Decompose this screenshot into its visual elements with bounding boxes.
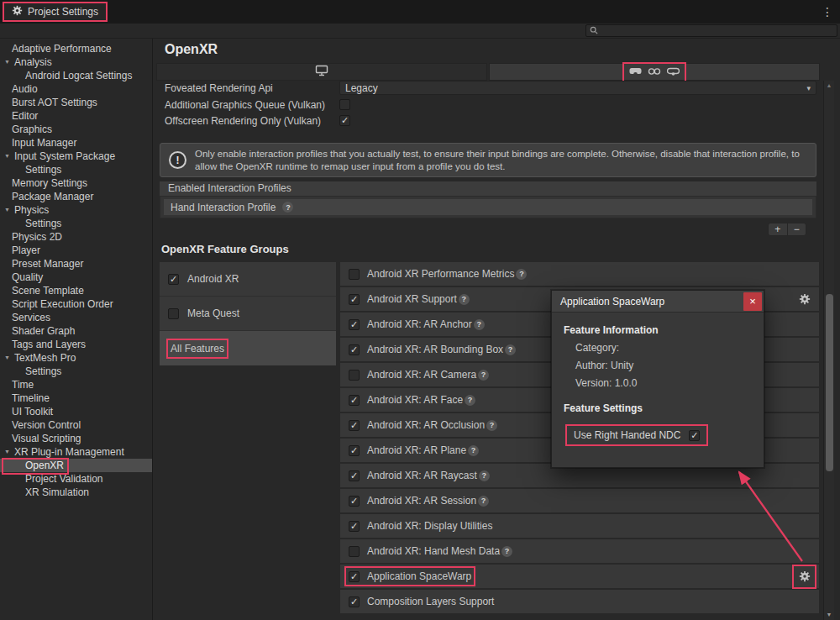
all-features-button[interactable]: All Features <box>160 331 336 365</box>
sidebar-item[interactable]: ▼ UI Toolkit <box>0 405 152 418</box>
foldout-arrow-icon[interactable]: ▼ <box>4 150 10 163</box>
sidebar-item[interactable]: ▼ Script Execution Order <box>0 297 152 311</box>
sidebar-item[interactable]: ▼ OpenXR <box>0 459 152 472</box>
tab-xr-devices[interactable] <box>489 63 820 81</box>
scrollbar-thumb[interactable] <box>826 294 833 471</box>
checkbox[interactable]: ✓ <box>349 596 360 607</box>
scroll-up-icon[interactable]: ▲ <box>824 82 834 88</box>
checkbox[interactable]: ✓ <box>349 496 360 507</box>
sidebar-item[interactable]: ▼ Input System Package <box>0 150 152 163</box>
sidebar-item-label: Adaptive Performance <box>12 43 112 55</box>
sidebar-item[interactable]: ▼ Package Manager <box>0 190 152 203</box>
check-icon: ✓ <box>690 431 698 440</box>
sidebar-item[interactable]: ▼ Memory Settings <box>0 176 152 190</box>
help-icon[interactable]: ? <box>479 470 490 481</box>
kebab-menu-icon[interactable]: ⋮ <box>822 5 833 18</box>
checkbox[interactable]: ✓ <box>168 274 179 285</box>
help-icon[interactable]: ? <box>465 395 475 406</box>
remove-button[interactable]: − <box>787 223 806 235</box>
checkbox[interactable]: ✓ <box>339 99 350 110</box>
sidebar-item[interactable]: ▼ Preset Manager <box>0 257 152 271</box>
interaction-profile-row[interactable]: Hand Interaction Profile ? <box>164 199 812 215</box>
checkbox[interactable]: ✓ <box>349 420 360 431</box>
foldout-arrow-icon[interactable]: ▼ <box>4 445 10 459</box>
checkbox[interactable]: ✓ <box>689 430 700 441</box>
foldout-arrow-icon[interactable]: ▼ <box>4 351 10 365</box>
checkbox[interactable]: ✓ <box>349 294 360 305</box>
help-icon[interactable]: ? <box>474 319 485 330</box>
sidebar-item-label: Preset Manager <box>12 258 83 270</box>
checkbox[interactable]: ✓ <box>349 445 360 456</box>
feature-settings-gear-icon[interactable] <box>798 293 811 306</box>
sidebar-item[interactable]: ▼ Physics <box>0 203 152 217</box>
feature-group-row[interactable]: ✓ Android XR <box>160 262 336 297</box>
foveated-rendering-dropdown[interactable]: Legacy ▾ <box>339 81 816 95</box>
info-row: Author: Unity <box>575 357 752 375</box>
sidebar-item-label: OpenXR <box>25 460 64 471</box>
close-button[interactable]: × <box>743 292 762 311</box>
project-settings-tab[interactable]: Project Settings <box>3 2 108 22</box>
sidebar-item[interactable]: ▼ Timeline <box>0 391 152 405</box>
feature-group-row[interactable]: ✓ Meta Quest <box>160 297 336 331</box>
sidebar-item-label: UI Toolkit <box>12 406 53 418</box>
sidebar-item[interactable]: ▼ Burst AOT Settings <box>0 96 152 109</box>
help-icon[interactable]: ? <box>486 420 497 431</box>
feature-settings-gear-icon[interactable] <box>798 570 811 583</box>
scroll-down-icon[interactable]: ▼ <box>824 612 834 617</box>
vertical-scrollbar[interactable]: ▲ ▼ <box>823 81 834 620</box>
checkbox[interactable]: ✓ <box>349 571 360 582</box>
checkbox[interactable]: ✓ <box>339 115 350 126</box>
help-icon[interactable]: ? <box>478 370 489 381</box>
help-icon[interactable]: ? <box>516 269 527 280</box>
foldout-arrow-icon[interactable]: ▼ <box>4 55 10 69</box>
sidebar-item[interactable]: ▼ Editor <box>0 109 152 123</box>
help-icon[interactable]: ? <box>505 344 516 355</box>
sidebar-item[interactable]: ▼ Settings <box>0 365 152 378</box>
sidebar-item[interactable]: ▼ Tags and Layers <box>0 338 152 351</box>
checkbox[interactable]: ✓ <box>349 546 360 557</box>
sidebar-item[interactable]: ▼ Scene Template <box>0 284 152 297</box>
checkbox[interactable]: ✓ <box>349 395 360 406</box>
sidebar-item[interactable]: ▼ Analysis <box>0 55 152 69</box>
help-icon[interactable]: ? <box>478 496 489 507</box>
checkbox[interactable]: ✓ <box>349 269 360 280</box>
checkbox[interactable]: ✓ <box>349 470 360 481</box>
sidebar-item[interactable]: ▼ Audio <box>0 82 152 96</box>
sidebar-item[interactable]: ▼ Graphics <box>0 123 152 136</box>
help-icon[interactable]: ? <box>282 202 293 213</box>
checkbox[interactable]: ✓ <box>349 521 360 532</box>
sidebar-item[interactable]: ▼ Services <box>0 311 152 324</box>
sidebar-item[interactable]: ▼ Physics 2D <box>0 230 152 244</box>
help-icon[interactable]: ? <box>468 445 479 456</box>
checkbox[interactable]: ✓ <box>349 344 360 355</box>
mr-headset-icon <box>667 66 680 78</box>
foldout-arrow-icon[interactable]: ▼ <box>4 203 10 217</box>
feature-row-left: ✓ Composition Layers Support <box>349 596 494 607</box>
sidebar-item[interactable]: ▼ Quality <box>0 271 152 284</box>
sidebar-item[interactable]: ▼ Settings <box>0 163 152 176</box>
sidebar-item[interactable]: ▼ Input Manager <box>0 136 152 150</box>
checkbox[interactable]: ✓ <box>349 370 360 381</box>
search-field[interactable] <box>585 24 837 37</box>
search-input[interactable] <box>601 26 833 36</box>
tab-desktop[interactable] <box>156 63 487 81</box>
sidebar-item[interactable]: ▼ Time <box>0 378 152 391</box>
help-icon[interactable]: ? <box>459 294 470 305</box>
sidebar-item[interactable]: ▼ XR Plug-in Management <box>0 445 152 459</box>
sidebar-item[interactable]: ▼ Version Control <box>0 418 152 432</box>
sidebar-item[interactable]: ▼ XR Simulation <box>0 486 152 499</box>
checkbox[interactable]: ✓ <box>349 319 360 330</box>
sidebar-item[interactable]: ▼ Project Validation <box>0 472 152 486</box>
checkbox[interactable]: ✓ <box>168 308 179 319</box>
sidebar-item[interactable]: ▼ TextMesh Pro <box>0 351 152 365</box>
sidebar-item[interactable]: ▼ Visual Scripting <box>0 432 152 445</box>
sidebar-item[interactable]: ▼ Adaptive Performance <box>0 42 152 55</box>
chevron-down-icon: ▾ <box>806 84 811 92</box>
help-icon[interactable]: ? <box>501 546 512 557</box>
sidebar-item[interactable]: ▼ Android Logcat Settings <box>0 69 152 82</box>
sidebar-item-label: Editor <box>12 110 38 122</box>
sidebar-item[interactable]: ▼ Settings <box>0 217 152 230</box>
sidebar-item[interactable]: ▼ Player <box>0 244 152 257</box>
sidebar-item[interactable]: ▼ Shader Graph <box>0 324 152 338</box>
add-button[interactable]: + <box>769 223 787 235</box>
